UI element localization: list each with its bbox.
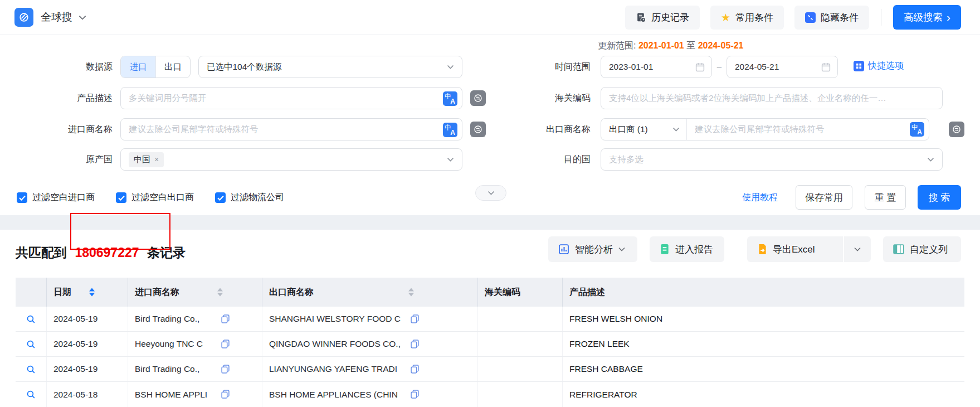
chevron-down-icon: [79, 15, 86, 20]
destination-placeholder: 支持多选: [609, 154, 643, 166]
origin-country-select[interactable]: 中国 ×: [120, 148, 462, 171]
translate-en-glyph: A: [450, 98, 455, 105]
destination-select[interactable]: 支持多选: [601, 148, 943, 171]
record-count-suffix: 条记录: [147, 245, 186, 260]
header-date: 日期: [47, 278, 128, 307]
row-detail-cell: [16, 307, 47, 331]
row-search-icon[interactable]: [26, 340, 36, 349]
translate-icon[interactable]: 中 A: [443, 123, 457, 137]
smart-analysis-button[interactable]: 智能分析: [548, 236, 637, 262]
cell-exporter: QINGDAO WINNER FOODS CO.,: [262, 332, 478, 356]
table-row: 2024-05-19 Bird Trading Co., SHANGHAI WE…: [16, 307, 964, 332]
export-excel-button[interactable]: 导出Excel: [747, 236, 843, 262]
copy-icon[interactable]: [221, 340, 230, 348]
form-row-1: 数据源 进口 出口 已选中104个数据源 时间范围 –: [0, 56, 980, 78]
date-from-field: [601, 56, 712, 78]
filter-blank-exporter-checkbox[interactable]: 过滤空白出口商: [116, 192, 194, 204]
chevron-down-icon: [447, 65, 454, 69]
excel-export-icon: [757, 244, 767, 255]
header-exporter: 出口商名称: [262, 278, 478, 307]
translate-en-glyph: A: [917, 128, 922, 136]
copy-icon[interactable]: [411, 340, 419, 348]
sort-control-importer[interactable]: [217, 288, 223, 297]
filter-logistics-checkbox[interactable]: 过滤物流公司: [215, 192, 284, 204]
header-icon-column: [16, 278, 47, 307]
toggle-import[interactable]: 进口: [121, 56, 155, 77]
tag-close-icon[interactable]: ×: [154, 155, 159, 164]
expand-conditions-button[interactable]: [475, 185, 506, 201]
record-count-number: 180697227: [75, 245, 139, 260]
advanced-search-button[interactable]: 高级搜索 ›: [893, 5, 961, 30]
data-source-toggle: 进口 出口: [120, 56, 191, 78]
translate-icon[interactable]: 中 A: [443, 91, 457, 106]
row-search-icon[interactable]: [26, 390, 36, 399]
quick-options-link[interactable]: 快捷选项: [854, 60, 904, 72]
data-source-selected-text: 已选中104个数据源: [207, 61, 281, 73]
copy-icon[interactable]: [411, 365, 419, 374]
product-desc-input[interactable]: [121, 88, 462, 109]
section-separator: [0, 215, 980, 230]
chevron-down-icon: [854, 247, 861, 251]
row-search-icon[interactable]: [26, 365, 36, 374]
data-source-select[interactable]: 已选中104个数据源: [198, 56, 462, 78]
exporter-name: SHANGHAI WELSTORY FOOD C: [269, 314, 401, 324]
save-conditions-button[interactable]: 保存常用: [796, 185, 852, 210]
collapse-icon: [805, 12, 816, 23]
checkbox-label: 过滤空白出口商: [131, 192, 194, 204]
history-button[interactable]: 历史记录: [625, 6, 700, 30]
sort-control-exporter[interactable]: [408, 288, 414, 297]
sort-control-date[interactable]: [89, 288, 95, 297]
header-importer: 进口商名称: [128, 278, 262, 307]
checkbox-checked-icon: [17, 192, 27, 203]
search-button[interactable]: 搜 索: [918, 185, 961, 210]
exporter-input-wrap: 中 A: [687, 119, 929, 140]
cell-exporter: BSH HOME APPLIANCES (CHIN: [262, 382, 478, 407]
copy-icon[interactable]: [411, 390, 419, 399]
report-icon: [660, 244, 670, 255]
favorites-button[interactable]: ★ 常用条件: [710, 6, 784, 30]
header-product: 产品描述: [563, 278, 964, 307]
row-detail-cell: [16, 357, 47, 381]
exporter-name: BSH HOME APPLIANCES (CHIN: [269, 390, 398, 400]
cell-hs-code: [478, 357, 563, 381]
time-range-label: 时间范围: [490, 56, 591, 78]
translate-icon[interactable]: 中 A: [910, 122, 924, 137]
record-count-prefix: 共匹配到: [16, 245, 67, 260]
copy-icon[interactable]: [221, 365, 230, 374]
copy-icon[interactable]: [221, 314, 230, 323]
tutorial-link[interactable]: 使用教程: [742, 192, 778, 204]
toggle-export[interactable]: 出口: [155, 56, 190, 77]
exporter-input[interactable]: [687, 119, 929, 140]
app-switcher[interactable]: 全球搜: [14, 8, 86, 27]
exclude-filter-icon[interactable]: [470, 90, 486, 106]
exclude-filter-icon[interactable]: [470, 122, 486, 137]
copy-icon[interactable]: [221, 390, 230, 399]
hs-code-input[interactable]: [601, 88, 942, 109]
exclude-filter-icon[interactable]: [949, 122, 964, 137]
header-hs-code: 海关编码: [478, 278, 563, 307]
hide-conditions-label: 隐藏条件: [821, 11, 859, 24]
hs-code-label: 海关编码: [490, 87, 591, 109]
table-row: 2024-05-19 Bird Trading Co., LIANYUNGANG…: [16, 357, 964, 382]
importer-name: Heeyoung TNC C: [135, 339, 203, 349]
copy-icon[interactable]: [411, 314, 419, 323]
arrow-right-icon: ›: [947, 11, 950, 23]
calendar-icon[interactable]: [695, 62, 705, 72]
chevron-down-icon: [618, 247, 625, 251]
importer-input[interactable]: [121, 119, 462, 140]
row-search-icon[interactable]: [26, 314, 36, 324]
export-excel-label: 导出Excel: [773, 243, 815, 256]
hide-conditions-button[interactable]: 隐藏条件: [794, 6, 869, 30]
checkbox-label: 过滤物流公司: [231, 192, 284, 204]
product-desc-label: 产品描述: [0, 87, 113, 109]
calendar-icon[interactable]: [821, 62, 831, 72]
cell-importer: Bird Trading Co.,: [128, 357, 262, 381]
destination-label: 目的国: [490, 148, 591, 171]
filter-blank-importer-checkbox[interactable]: 过滤空白进口商: [17, 192, 95, 204]
enter-report-button[interactable]: 进入报告: [650, 236, 724, 262]
customize-columns-button[interactable]: 自定义列: [883, 236, 961, 262]
export-options-button[interactable]: [844, 236, 871, 262]
exporter-type-select[interactable]: 出口商 (1): [601, 119, 687, 140]
reset-button[interactable]: 重 置: [865, 185, 906, 210]
header-hs-code-label: 海关编码: [485, 287, 520, 298]
